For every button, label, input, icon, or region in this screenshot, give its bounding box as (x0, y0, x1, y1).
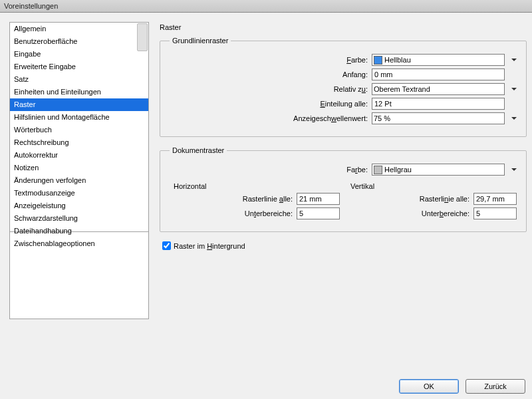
baseline-threshold-value: 75 % (374, 114, 503, 122)
h-gridline-label: Rasterlinie alle: (243, 195, 293, 203)
sidebar-item-dateihandhabung[interactable]: Dateihandhabung (10, 225, 148, 237)
sidebar-item-einheiten[interactable]: Einheiten und Einteilungen (10, 86, 148, 98)
document-color-combo[interactable]: Hellgrau (372, 164, 505, 176)
sidebar-item-autokorrektur[interactable]: Autokorrektur (10, 149, 148, 162)
baseline-relative-value: Oberem Textrand (374, 85, 503, 93)
sidebar-item-satz[interactable]: Satz (10, 73, 148, 86)
dialog-content: Allgemein Benutzeroberfläche Eingabe Erw… (0, 13, 532, 381)
v-gridline-label: Rasterlinie alle: (420, 195, 469, 203)
horizontal-label: Horizontal (174, 182, 340, 190)
baseline-color-swatch (374, 56, 382, 65)
sidebar-item-woerterbuch[interactable]: Wörterbuch (10, 124, 148, 136)
back-button[interactable]: Zurück (466, 379, 525, 394)
settings-panel: Raster Grundlinienraster Farbe: Hellblau… (160, 22, 527, 381)
v-subdiv-label: Unterbereiche: (422, 209, 469, 217)
baseline-threshold-label: Anzeigeschwellenwert: (293, 114, 368, 122)
document-color-swatch (374, 166, 382, 174)
sidebar-item-raster[interactable]: Raster (10, 98, 148, 111)
category-listbox[interactable]: Allgemein Benutzeroberfläche Eingabe Erw… (9, 22, 149, 232)
baseline-increment-label: Einteilung alle: (320, 100, 368, 108)
v-subdiv-input[interactable] (473, 207, 517, 219)
ok-button[interactable]: OK (399, 379, 459, 394)
baseline-start-input[interactable] (372, 68, 505, 80)
grids-in-back-row: Raster im Hintergrund (162, 241, 527, 250)
vertical-label: Vertikal (350, 182, 517, 190)
sidebar-item-notizen[interactable]: Notizen (10, 162, 148, 174)
chevron-down-icon[interactable] (511, 117, 517, 120)
vertical-group: Vertikal Rasterlinie alle: Unterbereiche… (346, 181, 517, 222)
baseline-increment-input[interactable] (372, 98, 505, 110)
window-title: Voreinstellungen (4, 2, 58, 10)
baseline-relative-combo[interactable]: Oberem Textrand (372, 83, 505, 95)
baseline-color-value: Hellblau (384, 56, 503, 64)
dialog-buttons: OK Zurück (399, 379, 525, 394)
h-gridline-input[interactable] (297, 193, 340, 205)
sidebar-item-zwischenablage[interactable]: Zwischenablageoptionen (10, 237, 148, 250)
chevron-down-icon[interactable] (511, 168, 517, 171)
panel-title: Raster (160, 22, 527, 37)
sidebar-item-benutzeroberflaeche[interactable]: Benutzeroberfläche (10, 35, 148, 48)
horizontal-group: Horizontal Rasterlinie alle: Unterbereic… (170, 181, 340, 222)
sidebar-item-rechtschreibung[interactable]: Rechtschreibung (10, 136, 148, 149)
document-grid-group: Dokumentraster Farbe: Hellgrau Horizonta… (160, 146, 527, 232)
document-color-label: Farbe: (346, 166, 368, 174)
chevron-down-icon[interactable] (511, 59, 517, 61)
sidebar-item-textmodus[interactable]: Textmodusanzeige (10, 187, 148, 200)
sidebar-item-hilfslinien[interactable]: Hilfslinien und Montagefläche (10, 111, 148, 124)
baseline-color-label: Farbe: (346, 56, 368, 64)
sidebar-item-anzeigeleistung[interactable]: Anzeigeleistung (10, 200, 148, 212)
window-titlebar: Voreinstellungen (0, 0, 532, 13)
baseline-grid-group: Grundlinienraster Farbe: Hellblau Anfang… (160, 37, 527, 137)
sidebar-item-allgemein[interactable]: Allgemein (10, 23, 148, 35)
sidebar-item-aenderungen[interactable]: Änderungen verfolgen (10, 174, 148, 187)
baseline-start-label: Anfang: (342, 70, 368, 78)
document-color-value: Hellgrau (384, 166, 503, 174)
sidebar-item-schwarz[interactable]: Schwarzdarstellung (10, 212, 148, 225)
document-legend: Dokumentraster (170, 146, 227, 154)
grids-in-back-label: Raster im Hintergrund (174, 242, 245, 250)
scrollbar-thumb[interactable] (137, 23, 148, 51)
chevron-down-icon[interactable] (511, 88, 517, 90)
grids-in-back-checkbox[interactable] (162, 241, 171, 250)
sidebar: Allgemein Benutzeroberfläche Eingabe Erw… (9, 22, 149, 381)
v-gridline-input[interactable] (473, 193, 517, 205)
baseline-color-combo[interactable]: Hellblau (372, 54, 505, 66)
baseline-threshold-combo[interactable]: 75 % (372, 112, 505, 124)
sidebar-item-erweiterte-eingabe[interactable]: Erweiterte Eingabe (10, 61, 148, 73)
baseline-legend: Grundlinienraster (170, 37, 231, 45)
h-subdiv-input[interactable] (297, 207, 340, 219)
sidebar-item-eingabe[interactable]: Eingabe (10, 48, 148, 61)
h-subdiv-label: Unterbereiche: (245, 209, 293, 217)
baseline-relative-label: Relativ zu: (334, 85, 368, 93)
